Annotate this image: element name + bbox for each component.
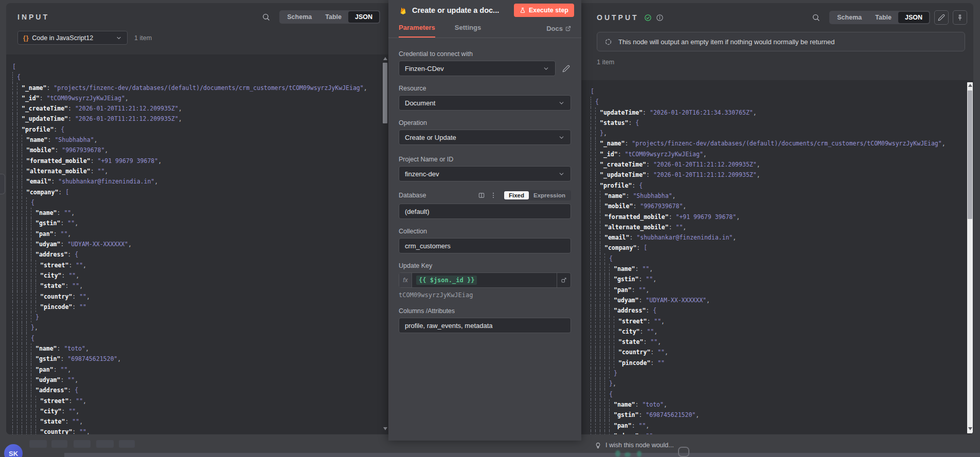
output-items-count: 1 item (581, 51, 973, 66)
input-search-icon[interactable] (260, 11, 272, 23)
input-tab-table[interactable]: Table (318, 11, 348, 23)
json-code-line: "gstin": "", (591, 274, 962, 284)
chevron-down-icon (558, 134, 565, 141)
empty-output-notice: This node will output an empty item if n… (597, 32, 965, 51)
columns-icon[interactable] (477, 191, 486, 200)
json-code-line: "pincode": "" (591, 358, 962, 368)
pin-icon (956, 14, 964, 21)
json-code-line: "_name": "projects/finzenc-dev/databases… (591, 138, 962, 149)
field-project: Project Name or ID finzenc-dev (399, 156, 571, 181)
json-code-line: "_updateTime": "2026-01-20T11:21:12.2099… (591, 170, 962, 180)
toggle-fixed[interactable]: Fixed (504, 191, 529, 199)
edit-output-button[interactable] (934, 10, 949, 25)
json-code-line: "gstin": "698745621520", (591, 410, 962, 420)
json-code-line: "formatted_mobile": "+91 99679 39678", (591, 212, 962, 222)
field-resource: Resource Document (399, 85, 571, 111)
json-code-line: }, (12, 322, 377, 333)
json-code-line: "company": [ (591, 243, 962, 253)
node-feedback-link[interactable]: I wish this node would... (595, 442, 674, 449)
flask-icon (520, 7, 526, 13)
output-search-icon[interactable] (810, 11, 822, 24)
info-circle-icon[interactable] (656, 14, 664, 22)
input-panel-title: INPUT (17, 13, 49, 21)
json-code-line: "city": "", (12, 406, 377, 416)
project-select[interactable]: finzenc-dev (399, 166, 571, 181)
json-code-line: }, (591, 128, 962, 138)
output-scrollbar[interactable] (967, 82, 973, 433)
database-input[interactable]: (default) (399, 204, 571, 219)
input-tab-schema[interactable]: Schema (280, 11, 318, 23)
pencil-icon[interactable] (561, 64, 571, 74)
output-tab-schema[interactable]: Schema (830, 12, 868, 23)
database-value: (default) (405, 208, 430, 215)
scroll-up-arrow-icon[interactable] (383, 57, 387, 60)
json-code-line: "alternate_mobile": "", (12, 166, 377, 176)
json-code-line: "name": "Shubhabha", (12, 135, 377, 145)
operation-select[interactable]: Create or Update (399, 130, 571, 145)
columns-attributes-input[interactable]: profile, raw_events, metadata (399, 318, 571, 333)
credential-select[interactable]: Finzen-CDev (399, 61, 556, 76)
json-code-line: { (12, 333, 377, 343)
collection-value: crm_customers (405, 242, 451, 250)
operation-label: Operation (399, 119, 571, 126)
input-scrollbar[interactable] (382, 56, 388, 433)
json-code-line: "name": "", (12, 208, 377, 218)
json-code-line: "pan": "", (12, 229, 377, 239)
toggle-expression[interactable]: Expression (529, 191, 570, 199)
update-key-expression-input[interactable]: fx {{ $json._id }} (399, 272, 571, 288)
docs-link[interactable]: Docs (546, 25, 571, 38)
json-code-line: }, (591, 378, 962, 389)
json-code-line: "name": "Shubhabha", (591, 191, 962, 201)
json-code-line: "country": "", (12, 427, 377, 434)
json-code-line: "profile": { (12, 124, 377, 135)
database-label: Database (399, 192, 426, 199)
execute-step-label: Execute step (529, 7, 568, 14)
check-circle-icon (644, 14, 652, 22)
json-code-line: "formatted_mobile": "+91 99679 39678", (12, 156, 377, 166)
json-code-line: { (12, 197, 377, 208)
columns-attributes-label: Columns /Attributes (399, 307, 571, 315)
json-code-line: "pan": "", (12, 364, 377, 375)
refresh-circle-icon (604, 38, 612, 46)
json-code-line: "state": "", (591, 337, 962, 347)
input-display-mode-tabs: Schema Table JSON (279, 10, 380, 24)
json-code-line: "gstin": "698745621520", (12, 354, 377, 364)
scroll-up-arrow-icon[interactable] (968, 84, 972, 87)
field-credential: Credential to connect with Finzen-CDev (399, 50, 571, 76)
project-label: Project Name or ID (399, 156, 571, 163)
output-tab-table[interactable]: Table (868, 12, 898, 23)
scroll-down-arrow-icon[interactable] (383, 427, 387, 430)
output-tab-json[interactable]: JSON (898, 12, 929, 23)
input-source-select[interactable]: { } Code in JavaScript12 (17, 31, 128, 45)
sidebar-collapse-handle[interactable] (0, 174, 5, 194)
tab-parameters[interactable]: Parameters (399, 24, 435, 38)
field-update-key: Update Key fx {{ $json._id }} tCOM09wsyr… (399, 262, 571, 299)
open-expression-editor-icon[interactable] (557, 273, 571, 287)
scroll-down-arrow-icon[interactable] (968, 427, 972, 430)
resource-select[interactable]: Document (399, 95, 571, 111)
collection-input[interactable]: crm_customers (399, 238, 571, 253)
input-tab-json[interactable]: JSON (348, 11, 379, 23)
json-code-line: "udyam": "", (591, 431, 962, 434)
json-code-line: "pan": "", (591, 421, 962, 431)
json-code-line: "address": { (12, 249, 377, 260)
execute-step-button[interactable]: Execute step (514, 4, 574, 17)
avatar[interactable]: SK (4, 444, 23, 457)
json-code-line: "mobile": "9967939678", (591, 201, 962, 211)
canvas-ghost-button (678, 447, 689, 457)
pin-data-button[interactable] (953, 10, 967, 25)
pencil-icon (938, 14, 945, 21)
kebab-menu-icon[interactable] (489, 191, 498, 200)
canvas-node-strip (64, 453, 980, 457)
input-scrollbar-thumb[interactable] (383, 63, 387, 123)
canvas-hint-chip (74, 440, 91, 448)
field-collection: Collection crm_customers (399, 228, 571, 253)
json-code-line: "gstin": "", (12, 218, 377, 228)
output-scrollbar-thumb[interactable] (968, 90, 972, 219)
tab-settings[interactable]: Settings (455, 24, 481, 38)
chevron-down-icon (116, 35, 122, 41)
fx-tag: fx (399, 273, 412, 287)
json-code-line: "pincode": "" (12, 302, 377, 312)
json-code-line: [ (12, 62, 377, 72)
output-json-view: [{"updateTime": "2026-01-20T16:21:34.330… (581, 80, 973, 434)
